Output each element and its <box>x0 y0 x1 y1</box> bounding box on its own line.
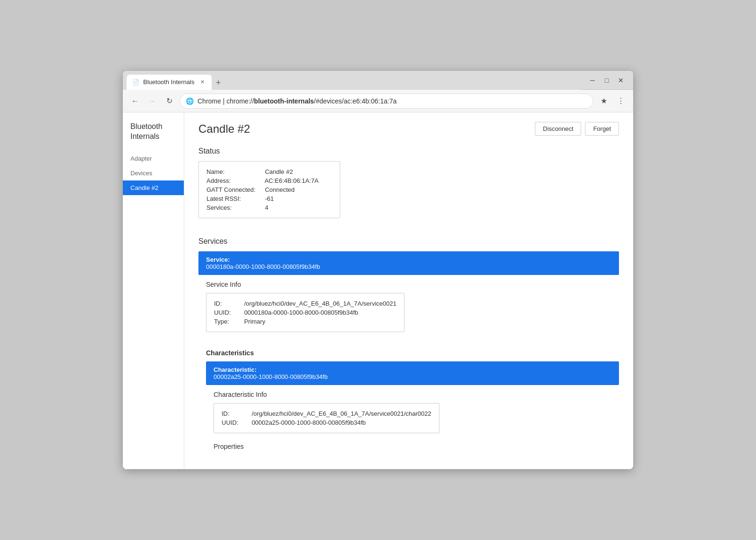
title-bar: 📄 Bluetooth Internals ✕ + ─ □ ✕ <box>123 71 633 90</box>
new-tab-button[interactable]: + <box>212 77 225 90</box>
sidebar-title: Bluetooth Internals <box>123 122 184 151</box>
minimize-button[interactable]: ─ <box>586 74 599 87</box>
service-type-row: Type: Primary <box>214 317 396 326</box>
service-uuid-row: UUID: 0000180a-0000-1000-8000-00805f9b34… <box>214 308 396 317</box>
status-section: Status Name: Candle #2 Address: AC:E6:4B… <box>198 147 619 228</box>
menu-button[interactable]: ⋮ <box>614 94 627 108</box>
char-id-row: ID: /org/bluez/hci0/dev_AC_E6_4B_06_1A_7… <box>222 409 431 418</box>
url-bar[interactable]: 🌐 Chrome | chrome://bluetooth-internals/… <box>180 94 593 109</box>
service-info-container: Service Info ID: /org/bluez/hci0/dev_AC_… <box>206 281 619 342</box>
url-scheme: chrome:// <box>226 97 254 105</box>
service-uuid-value: 0000180a-0000-1000-8000-00805f9b34fb <box>244 309 358 316</box>
page-title: Candle #2 <box>198 122 250 136</box>
char-uuid-label: UUID: <box>222 419 250 426</box>
tab-close-button[interactable]: ✕ <box>198 78 206 86</box>
reload-button[interactable]: ↻ <box>163 94 176 108</box>
properties-title: Properties <box>214 443 619 450</box>
status-name-label: Name: <box>206 168 263 175</box>
status-address-value: AC:E6:4B:06:1A:7A <box>265 177 318 184</box>
status-services-row: Services: 4 <box>206 203 332 212</box>
service-bar-uuid: 0000180a-0000-1000-8000-00805f9b34fb <box>206 263 611 270</box>
active-tab[interactable]: 📄 Bluetooth Internals ✕ <box>127 75 212 90</box>
status-name-value: Candle #2 <box>265 168 293 175</box>
status-gatt-row: GATT Connected: Connected <box>206 185 332 194</box>
service-uuid-label: UUID: <box>214 309 242 316</box>
characteristic-info-title: Characteristic Info <box>214 391 619 398</box>
status-services-label: Services: <box>206 204 263 211</box>
service-type-value: Primary <box>244 318 266 325</box>
service-type-label: Type: <box>214 318 242 325</box>
tab-title: Bluetooth Internals <box>143 78 195 86</box>
char-id-label: ID: <box>222 410 250 417</box>
disconnect-button[interactable]: Disconnect <box>535 122 581 136</box>
window-controls: ─ □ ✕ <box>580 74 633 87</box>
service-id-row: ID: /org/bluez/hci0/dev_AC_E6_4B_06_1A_7… <box>214 299 396 308</box>
status-info-box: Name: Candle #2 Address: AC:E6:4B:06:1A:… <box>198 161 340 218</box>
char-uuid-row: UUID: 00002a25-0000-1000-8000-00805f9b34… <box>222 418 431 427</box>
url-path: /#devices/ac:e6:4b:06:1a:7a <box>314 97 396 105</box>
characteristics-title: Characteristics <box>206 349 619 357</box>
service-id-label: ID: <box>214 300 242 307</box>
sidebar-item-devices[interactable]: Devices <box>123 166 184 180</box>
status-gatt-label: GATT Connected: <box>206 186 263 193</box>
status-rssi-label: Latest RSSI: <box>206 195 263 202</box>
status-services-value: 4 <box>265 204 268 211</box>
service-bar[interactable]: Service: 0000180a-0000-1000-8000-00805f9… <box>198 251 619 275</box>
forget-button[interactable]: Forget <box>585 122 619 136</box>
status-rssi-row: Latest RSSI: -61 <box>206 194 332 203</box>
services-section-title: Services <box>198 237 619 246</box>
browser-window: 📄 Bluetooth Internals ✕ + ─ □ ✕ ← → ↻ 🌐 … <box>123 71 633 469</box>
page-header: Candle #2 Disconnect Forget <box>198 122 619 136</box>
char-uuid-value: 00002a25-0000-1000-8000-00805f9b34fb <box>252 419 366 426</box>
status-section-title: Status <box>198 147 619 155</box>
page-content: Bluetooth Internals Adapter Devices Cand… <box>123 112 633 469</box>
header-buttons: Disconnect Forget <box>535 122 619 136</box>
characteristic-bar-uuid: 00002a25-0000-1000-8000-00805f9b34fb <box>214 373 611 380</box>
char-id-value: /org/bluez/hci0/dev_AC_E6_4B_06_1A_7A/se… <box>252 410 431 417</box>
close-button[interactable]: ✕ <box>614 74 627 87</box>
main-content: Candle #2 Disconnect Forget Status Name:… <box>184 112 633 469</box>
maximize-button[interactable]: □ <box>600 74 613 87</box>
url-browser-label: Chrome <box>198 97 221 105</box>
characteristic-info-container: Characteristic Info ID: /org/bluez/hci0/… <box>214 391 619 450</box>
back-button[interactable]: ← <box>129 94 142 108</box>
tabs-bar: 📄 Bluetooth Internals ✕ + <box>123 71 580 90</box>
sidebar: Bluetooth Internals Adapter Devices Cand… <box>123 112 184 469</box>
bookmark-button[interactable]: ★ <box>597 94 610 108</box>
secure-icon: 🌐 <box>186 97 194 105</box>
status-address-row: Address: AC:E6:4B:06:1A:7A <box>206 176 332 185</box>
service-id-value: /org/bluez/hci0/dev_AC_E6_4B_06_1A_7A/se… <box>244 300 396 307</box>
service-info-box: ID: /org/bluez/hci0/dev_AC_E6_4B_06_1A_7… <box>206 293 404 332</box>
services-section: Services Service: 0000180a-0000-1000-800… <box>198 237 619 450</box>
service-info-title: Service Info <box>206 281 619 288</box>
tab-page-icon: 📄 <box>132 79 139 86</box>
sidebar-item-candle2[interactable]: Candle #2 <box>123 180 184 195</box>
characteristic-bar[interactable]: Characteristic: 00002a25-0000-1000-8000-… <box>206 361 619 385</box>
characteristic-info-box: ID: /org/bluez/hci0/dev_AC_E6_4B_06_1A_7… <box>214 403 439 433</box>
status-rssi-value: -61 <box>265 195 274 202</box>
status-name-row: Name: Candle #2 <box>206 167 332 176</box>
address-bar: ← → ↻ 🌐 Chrome | chrome://bluetooth-inte… <box>123 90 633 112</box>
characteristic-bar-title: Characteristic: <box>214 366 611 373</box>
characteristics-container: Characteristics Characteristic: 00002a25… <box>206 349 619 450</box>
url-display: Chrome | chrome://bluetooth-internals/#d… <box>198 97 397 105</box>
url-host: bluetooth-internals <box>254 97 314 105</box>
status-address-label: Address: <box>206 177 263 184</box>
status-gatt-value: Connected <box>265 186 295 193</box>
service-bar-title: Service: <box>206 256 611 263</box>
forward-button[interactable]: → <box>146 94 159 108</box>
sidebar-item-adapter[interactable]: Adapter <box>123 151 184 166</box>
